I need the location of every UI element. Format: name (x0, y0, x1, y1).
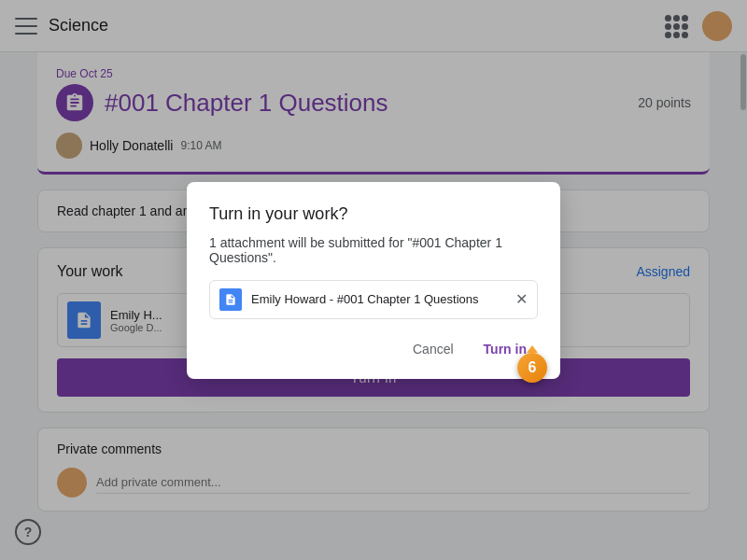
modal-body: 1 attachment will be submitted for "#001… (209, 235, 538, 265)
modal-document-icon (224, 293, 237, 306)
remove-attachment-button[interactable]: ✕ (515, 290, 528, 308)
modal-attachment-item: Emily Howard - #001 Chapter 1 Questions … (209, 280, 538, 319)
modal-actions: Cancel Turn in 6 (209, 334, 538, 364)
modal-doc-icon (219, 288, 242, 311)
step-badge: 6 (517, 353, 547, 383)
modal-overlay: Turn in your work? 1 attachment will be … (0, 0, 747, 560)
modal-cancel-button[interactable]: Cancel (402, 334, 465, 364)
turn-in-modal: Turn in your work? 1 attachment will be … (187, 182, 560, 379)
modal-attachment-name: Emily Howard - #001 Chapter 1 Questions (251, 292, 506, 306)
modal-title: Turn in your work? (209, 204, 538, 224)
